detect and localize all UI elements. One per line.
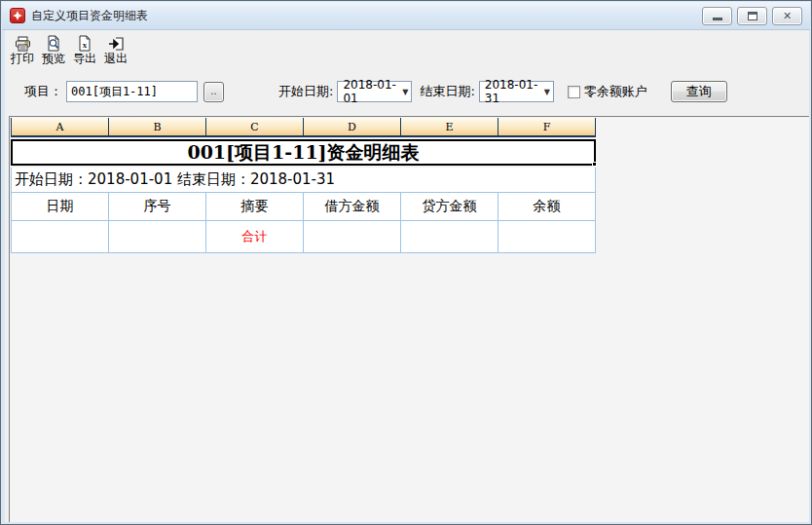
toolbar: 打印 预览 x <box>7 32 131 67</box>
end-date-select[interactable]: 2018-01-31 ▼ <box>479 81 554 102</box>
column-header-f[interactable]: F <box>498 118 596 135</box>
zero-balance-checkbox[interactable] <box>568 86 580 98</box>
project-input[interactable] <box>66 81 198 102</box>
maximize-button[interactable] <box>737 7 767 25</box>
minimize-button[interactable] <box>702 7 732 25</box>
export-label: 导出 <box>73 52 96 65</box>
report-title-cell[interactable]: 001[项目1-11]资金明细表 <box>11 139 596 166</box>
exit-icon <box>107 35 125 52</box>
start-date-select[interactable]: 2018-01-01 ▼ <box>337 81 412 102</box>
column-header-a[interactable]: A <box>12 118 109 135</box>
spreadsheet-panel: A B C D E F 001[项目1-11]资金明细表 开始日期：2018-0… <box>9 116 809 522</box>
svg-text:x: x <box>83 40 88 50</box>
header-cell-summary[interactable]: 摘要 <box>206 193 304 220</box>
titlebar: 自定义项目资金明细表 ✕ <box>2 2 810 30</box>
selection-fill-handle[interactable] <box>592 162 597 167</box>
total-cell-credit[interactable] <box>401 221 498 252</box>
preview-button[interactable]: 预览 <box>38 32 69 67</box>
window-title: 自定义项目资金明细表 <box>31 8 148 24</box>
header-cell-balance[interactable]: 余额 <box>498 193 596 220</box>
date-range-text: 开始日期：2018-01-01 结束日期：2018-01-31 <box>15 170 335 189</box>
header-cell-credit[interactable]: 贷方金额 <box>401 193 498 220</box>
print-button[interactable]: 打印 <box>7 32 38 67</box>
report-title: 001[项目1-11]资金明细表 <box>187 140 419 166</box>
print-label: 打印 <box>11 52 34 65</box>
preview-label: 预览 <box>42 52 65 65</box>
maximize-icon <box>748 12 757 20</box>
header-cell-debit[interactable]: 借方金额 <box>304 193 401 220</box>
table-header-row: 日期 序号 摘要 借方金额 贷方金额 余额 <box>11 193 596 221</box>
minimize-icon <box>713 18 722 20</box>
start-date-label: 开始日期: <box>278 83 333 100</box>
close-button[interactable]: ✕ <box>772 7 802 25</box>
project-browse-button[interactable]: .. <box>203 82 224 102</box>
total-cell-balance[interactable] <box>498 221 596 252</box>
preview-icon <box>45 35 62 52</box>
printer-icon <box>14 35 31 52</box>
query-form: 项目： .. 开始日期: 2018-01-01 ▼ 结束日期: 2018-01-… <box>5 80 809 103</box>
export-excel-icon: x <box>76 35 93 52</box>
app-icon <box>10 8 25 23</box>
window-controls: ✕ <box>702 7 802 25</box>
start-date-value: 2018-01-01 <box>343 78 402 105</box>
date-range-cell[interactable]: 开始日期：2018-01-01 结束日期：2018-01-31 <box>11 168 596 193</box>
end-date-value: 2018-01-31 <box>485 78 544 105</box>
column-header-c[interactable]: C <box>206 118 304 135</box>
total-row: 合计 <box>11 221 596 253</box>
exit-button[interactable]: 退出 <box>100 32 131 67</box>
exit-label: 退出 <box>104 52 128 65</box>
query-button[interactable]: 查询 <box>671 81 727 102</box>
export-button[interactable]: x 导出 <box>69 32 100 67</box>
total-cell-debit[interactable] <box>304 221 401 252</box>
project-label: 项目： <box>24 83 62 100</box>
total-cell-summary[interactable]: 合计 <box>206 221 304 252</box>
column-header-b[interactable]: B <box>109 118 206 135</box>
close-icon: ✕ <box>783 11 792 21</box>
end-date-label: 结束日期: <box>420 83 474 100</box>
chevron-down-icon: ▼ <box>544 88 550 96</box>
total-cell-date[interactable] <box>12 221 109 252</box>
column-header-e[interactable]: E <box>401 118 498 135</box>
column-header-row: A B C D E F <box>11 118 596 137</box>
column-header-d[interactable]: D <box>304 118 401 135</box>
app-window: 自定义项目资金明细表 ✕ 打印 <box>0 0 812 525</box>
chevron-down-icon: ▼ <box>402 88 408 96</box>
header-cell-date[interactable]: 日期 <box>12 193 109 220</box>
header-cell-seq[interactable]: 序号 <box>109 193 206 220</box>
zero-balance-label: 零余额账户 <box>584 83 647 100</box>
total-cell-seq[interactable] <box>109 221 206 252</box>
content-area: 打印 预览 x <box>5 30 809 522</box>
